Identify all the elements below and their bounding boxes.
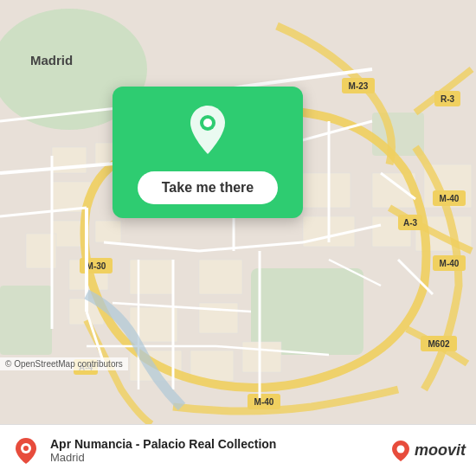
svg-text:M602: M602 — [428, 339, 449, 349]
moovit-logo: moovit — [389, 439, 466, 463]
svg-text:M-40: M-40 — [440, 259, 460, 268]
svg-text:M-40: M-40 — [440, 194, 460, 203]
bottom-location-info: Apr Numancia - Palacio Real Collection M… — [42, 437, 389, 464]
svg-text:R-3: R-3 — [441, 94, 455, 104]
map-container: M-23 M-30 M-30 M-40 M-40 M-40 R-3 A-3 A-… — [0, 0, 476, 424]
pin-wrapper — [185, 104, 230, 159]
svg-rect-18 — [303, 173, 351, 208]
svg-text:Madrid: Madrid — [30, 53, 73, 68]
location-pin-icon — [185, 104, 230, 156]
svg-text:M-23: M-23 — [349, 81, 369, 91]
svg-rect-25 — [242, 342, 281, 372]
svg-point-73 — [203, 119, 212, 127]
svg-rect-10 — [130, 260, 173, 294]
moovit-logo-icon — [389, 439, 413, 463]
svg-text:A-3: A-3 — [403, 218, 418, 228]
map-attribution: © OpenStreetMap contributors — [0, 357, 128, 370]
svg-point-76 — [396, 445, 404, 453]
bottom-bar: Apr Numancia - Palacio Real Collection M… — [0, 424, 476, 476]
svg-rect-20 — [199, 260, 242, 294]
svg-point-75 — [23, 446, 29, 451]
svg-rect-9 — [95, 221, 121, 242]
svg-text:M-40: M-40 — [254, 397, 274, 407]
location-title: Apr Numancia - Palacio Real Collection — [50, 437, 380, 451]
svg-rect-3 — [0, 286, 52, 355]
svg-text:M-30: M-30 — [87, 261, 106, 271]
location-card: Take me there — [113, 87, 303, 218]
location-subtitle: Madrid — [50, 451, 380, 464]
moovit-label: moovit — [415, 441, 466, 460]
svg-rect-21 — [199, 303, 238, 333]
moovit-pin-icon — [10, 435, 42, 466]
take-me-there-button[interactable]: Take me there — [138, 171, 278, 204]
